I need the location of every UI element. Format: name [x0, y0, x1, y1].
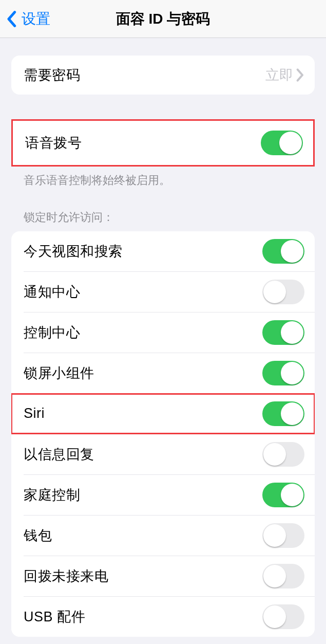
lock-access-row: 锁屏小组件 — [11, 353, 315, 393]
lock-access-row: 以信息回复 — [11, 434, 315, 474]
lock-access-toggle[interactable] — [262, 442, 304, 467]
lock-access-row: USB 配件 — [11, 597, 315, 637]
voice-dial-footer: 音乐语音控制将始终被启用。 — [24, 173, 302, 188]
lock-access-row: 回拨未接来电 — [11, 556, 315, 596]
lock-access-label: 以信息回复 — [24, 445, 94, 464]
lock-access-toggle[interactable] — [262, 361, 304, 385]
lock-access-label: 钱包 — [24, 526, 52, 545]
lock-access-label: 通知中心 — [24, 283, 80, 301]
lock-access-toggle[interactable] — [262, 564, 304, 588]
toggle-knob — [281, 362, 303, 384]
lock-access-toggle[interactable] — [262, 523, 304, 548]
toggle-knob — [263, 565, 286, 587]
lock-access-header: 锁定时允许访问： — [24, 210, 302, 225]
lock-access-label: 控制中心 — [24, 323, 80, 342]
voice-dial-row: 语音拨号 — [13, 121, 313, 165]
header-bar: 设置 面容 ID 与密码 — [0, 0, 326, 38]
lock-access-label: 家庭控制 — [24, 486, 80, 504]
lock-access-label: 锁屏小组件 — [24, 364, 94, 382]
toggle-knob — [263, 605, 286, 628]
toggle-knob — [281, 402, 303, 425]
toggle-knob — [279, 132, 302, 154]
back-button[interactable]: 设置 — [0, 9, 50, 29]
lock-access-label: 回拨未接来电 — [24, 567, 108, 585]
toggle-knob — [263, 281, 286, 303]
toggle-knob — [281, 240, 303, 263]
lock-access-row: 钱包 — [11, 516, 315, 556]
lock-access-toggle[interactable] — [262, 483, 304, 507]
require-passcode-group: 需要密码 立即 — [11, 56, 315, 95]
lock-access-row: 家庭控制 — [11, 475, 315, 515]
lock-access-label: 今天视图和搜索 — [24, 242, 123, 261]
chevron-left-icon — [6, 10, 16, 28]
lock-access-row: Siri — [11, 394, 315, 434]
lock-access-row: 今天视图和搜索 — [11, 231, 315, 271]
toggle-knob — [281, 321, 303, 344]
lock-access-toggle[interactable] — [262, 320, 304, 345]
voice-dial-group: 语音拨号 — [11, 119, 315, 167]
toggle-knob — [281, 484, 303, 506]
chevron-right-icon — [296, 68, 304, 82]
lock-access-label: Siri — [24, 406, 45, 421]
lock-access-group: 今天视图和搜索通知中心控制中心锁屏小组件Siri以信息回复家庭控制钱包回拨未接来… — [11, 231, 315, 637]
lock-access-row: 通知中心 — [11, 272, 315, 312]
lock-access-row: 控制中心 — [11, 312, 315, 353]
lock-access-toggle[interactable] — [262, 239, 304, 264]
toggle-knob — [263, 443, 286, 466]
require-passcode-row[interactable]: 需要密码 立即 — [11, 56, 315, 95]
lock-access-toggle[interactable] — [262, 401, 304, 426]
require-passcode-value: 立即 — [265, 66, 293, 84]
voice-dial-toggle[interactable] — [261, 131, 303, 155]
lock-access-toggle[interactable] — [262, 604, 304, 629]
voice-dial-label: 语音拨号 — [25, 134, 82, 152]
toggle-knob — [263, 524, 286, 547]
require-passcode-label: 需要密码 — [24, 66, 80, 84]
lock-access-toggle[interactable] — [262, 280, 304, 304]
back-label: 设置 — [22, 9, 50, 29]
lock-access-label: USB 配件 — [24, 608, 85, 626]
